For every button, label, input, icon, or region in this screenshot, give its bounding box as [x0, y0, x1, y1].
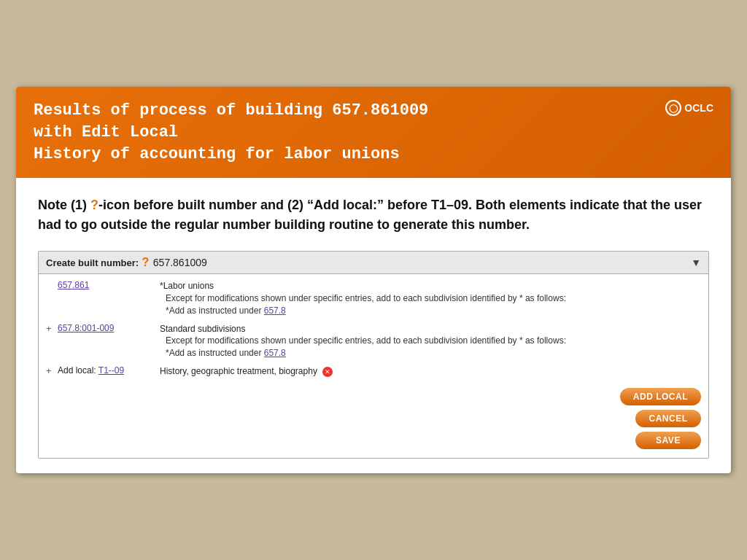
row-number: 657.861 [58, 280, 160, 290]
row-number-3: Add local: T1--09 [58, 365, 160, 376]
table-row: + Add local: T1--09 History, geographic … [39, 362, 708, 381]
row-desc-3: History, geographic treatment, biography… [160, 365, 701, 378]
row-desc-main: *Labor unions [160, 280, 701, 292]
built-number-header: Create built number: ? 657.861009 ▼ [39, 252, 708, 274]
built-number-value: 657.861009 [153, 257, 207, 268]
dialog-body: Note (1) ?-icon before built number and … [16, 178, 731, 473]
title-line3: History of accounting for labor unions [34, 145, 400, 163]
row-desc-sub1-2: Except for modifications shown under spe… [160, 335, 701, 347]
oclc-logo-icon: ◯ [665, 100, 681, 116]
title-line2: with Edit Local [34, 123, 178, 141]
header-title: Results of process of building 657.86100… [34, 100, 713, 165]
built-number-label-area: Create built number: ? 657.861009 [46, 256, 207, 269]
table-row: 657.861 *Labor unions Except for modific… [39, 277, 708, 319]
remove-icon[interactable]: ✕ [322, 367, 333, 377]
dropdown-arrow-icon[interactable]: ▼ [691, 257, 701, 268]
link-6578-1[interactable]: 657.8 [264, 306, 286, 316]
number-link-6578001009[interactable]: 657.8:001-009 [58, 323, 114, 333]
row-desc-2: Standard subdivisions Except for modific… [160, 323, 701, 359]
dialog-header: Results of process of building 657.86100… [16, 87, 731, 178]
table-row: + 657.8:001-009 Standard subdivisions Ex… [39, 320, 708, 362]
number-link-657861[interactable]: 657.861 [58, 280, 89, 290]
built-number-q-icon: ? [142, 256, 150, 268]
title-line1: Results of process of building 657.86100… [34, 101, 428, 120]
oclc-logo: ◯ OCLC [665, 100, 713, 116]
built-number-label: Create built number: [46, 257, 139, 268]
built-number-table: 657.861 *Labor unions Except for modific… [39, 274, 708, 458]
save-button[interactable]: SAVE [635, 432, 701, 449]
row-desc-sub2-2: *Add as instructed under 657.8 [160, 347, 701, 359]
row-number-2: 657.8:001-009 [58, 323, 160, 333]
note-suffix: -icon before built number and (2) “Add l… [38, 198, 702, 232]
question-mark-icon: ? [90, 198, 98, 212]
number-link-t109[interactable]: T1--09 [98, 365, 124, 376]
note-paragraph: Note (1) ?-icon before built number and … [38, 195, 709, 235]
row-prefix-2: + [46, 323, 58, 334]
row-desc-sub1: Except for modifications shown under spe… [160, 292, 701, 305]
row-prefix-3: + [46, 365, 58, 376]
oclc-logo-text: OCLC [684, 102, 713, 114]
row-desc-main-3: History, geographic treatment, biography [160, 366, 317, 376]
row-desc: *Labor unions Except for modifications s… [160, 280, 701, 316]
row-desc-main-2: Standard subdivisions [160, 323, 701, 335]
main-dialog: Results of process of building 657.86100… [16, 87, 731, 473]
row-desc-sub2: *Add as instructed under 657.8 [160, 305, 701, 317]
add-local-text: Add local: [58, 365, 98, 376]
cancel-button[interactable]: CANCEL [635, 410, 701, 427]
add-local-button[interactable]: ADD LOCAL [620, 388, 701, 405]
link-6578-2[interactable]: 657.8 [264, 348, 286, 358]
buttons-area: ADD LOCAL CANCEL SAVE [39, 381, 708, 455]
note-prefix: Note (1) [38, 198, 90, 212]
built-number-box: Create built number: ? 657.861009 ▼ 657.… [38, 251, 709, 459]
